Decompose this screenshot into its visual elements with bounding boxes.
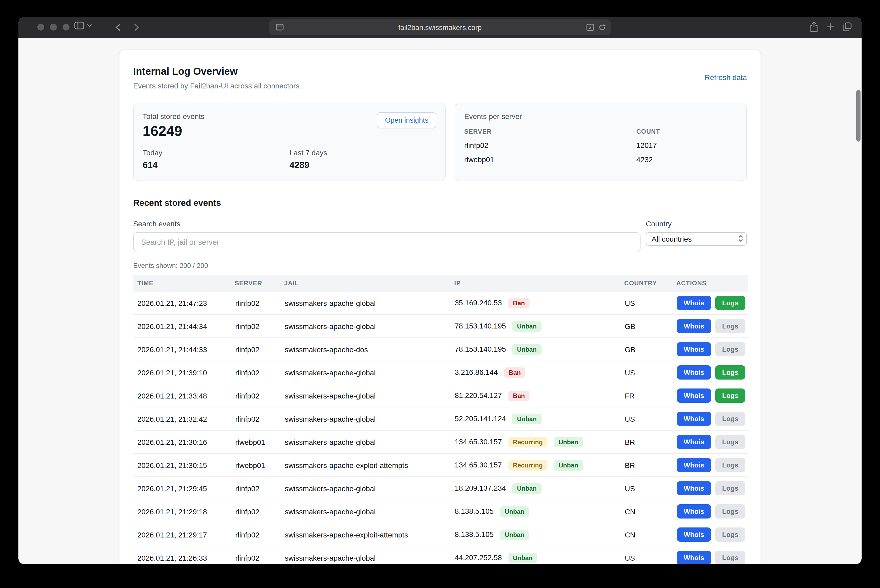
logs-button[interactable]: Logs	[715, 365, 745, 380]
server-name: rlinfp02	[464, 141, 636, 150]
event-server: rlinfp02	[235, 292, 284, 315]
logs-button[interactable]: Logs	[715, 481, 745, 495]
page-subtitle: Events stored by Fail2ban-UI across all …	[133, 82, 301, 90]
logs-button[interactable]: Logs	[715, 296, 745, 310]
event-actions: WhoisLogs	[677, 504, 747, 519]
event-ip-cell: 52.205.141.124Unban	[454, 407, 624, 430]
event-actions-cell: WhoisLogs	[676, 477, 748, 500]
whois-button[interactable]: Whois	[677, 412, 711, 426]
event-actions: WhoisLogs	[677, 296, 747, 310]
country-select[interactable]: All countries	[646, 232, 747, 246]
event-jail: swissmakers-apache-global	[284, 292, 454, 315]
close-window-button[interactable]	[37, 24, 44, 30]
event-time: 2026.01.21, 21:30:15	[133, 453, 235, 477]
event-ip: 52.205.141.124	[455, 414, 506, 423]
event-ip: 3.216.86.144	[455, 368, 498, 376]
event-actions-cell: WhoisLogs	[676, 292, 748, 315]
whois-button[interactable]: Whois	[677, 388, 711, 403]
whois-button[interactable]: Whois	[677, 365, 711, 380]
event-ip: 18.209.137.234	[455, 483, 506, 492]
refresh-data-link[interactable]: Refresh data	[705, 73, 747, 82]
logs-button[interactable]: Logs	[715, 319, 745, 333]
unban-badge: Unban	[513, 414, 541, 424]
whois-button[interactable]: Whois	[677, 319, 711, 333]
event-country: FR	[624, 384, 676, 407]
event-jail: swissmakers-apache-dos	[284, 338, 454, 361]
event-actions: WhoisLogs	[677, 435, 747, 449]
event-jail: swissmakers-apache-global	[284, 315, 454, 338]
logs-button[interactable]: Logs	[715, 528, 745, 542]
share-icon[interactable]	[810, 22, 819, 32]
event-time: 2026.01.21, 21:29:18	[133, 500, 235, 523]
event-ip: 78.153.140.195	[455, 345, 506, 353]
event-time: 2026.01.21, 21:26:33	[133, 546, 235, 564]
event-actions-cell: WhoisLogs	[676, 407, 748, 430]
event-ip-cell: 8.138.5.105Unban	[454, 500, 624, 523]
forward-button[interactable]	[130, 22, 142, 33]
back-button[interactable]	[112, 22, 124, 33]
logs-button[interactable]: Logs	[715, 342, 745, 356]
event-time: 2026.01.21, 21:44:33	[133, 338, 235, 361]
reload-button[interactable]	[598, 24, 606, 31]
new-tab-icon[interactable]	[826, 22, 835, 32]
zoom-window-button[interactable]	[63, 24, 69, 30]
whois-button[interactable]: Whois	[677, 550, 711, 564]
event-jail: swissmakers-apache-global	[284, 384, 454, 407]
event-row: 2026.01.21, 21:30:16rlwebp01swissmakers-…	[133, 430, 748, 453]
event-time: 2026.01.21, 21:29:45	[133, 477, 235, 500]
today-value: 614	[142, 160, 289, 171]
event-server: rlinfp02	[235, 407, 284, 430]
open-insights-button[interactable]: Open insights	[377, 112, 436, 129]
address-bar[interactable]: fail2ban.swissmakers.corp a	[269, 20, 611, 35]
last7-value: 4289	[289, 160, 436, 171]
event-ip: 81.220.54.127	[455, 391, 502, 399]
logs-button[interactable]: Logs	[715, 504, 745, 519]
whois-button[interactable]: Whois	[677, 296, 711, 310]
table-header-row: TIME SERVER JAIL IP COUNTRY ACTIONS	[133, 275, 748, 292]
event-jail: swissmakers-apache-global	[284, 361, 454, 384]
logs-button[interactable]: Logs	[715, 550, 745, 564]
whois-button[interactable]: Whois	[677, 435, 711, 449]
scrollbar-thumb[interactable]	[856, 90, 861, 142]
event-actions-cell: WhoisLogs	[676, 453, 748, 477]
event-ip: 134.65.30.157	[455, 437, 502, 446]
logs-button[interactable]: Logs	[715, 388, 745, 403]
sidebar-menu-chevron-icon[interactable]	[87, 24, 92, 27]
recurring-badge: Recurring	[508, 460, 547, 470]
event-jail: swissmakers-apache-exploit-attempts	[284, 453, 454, 477]
whois-button[interactable]: Whois	[677, 458, 711, 472]
last7-label: Last 7 days	[289, 148, 436, 157]
event-row: 2026.01.21, 21:29:17rlinfp02swissmakers-…	[133, 523, 748, 546]
tab-overview-icon[interactable]	[842, 22, 852, 32]
event-country: BR	[624, 453, 676, 477]
whois-button[interactable]: Whois	[677, 528, 711, 542]
country-select-value: All countries	[652, 235, 692, 243]
search-input[interactable]	[133, 232, 640, 252]
logs-button[interactable]: Logs	[715, 412, 745, 426]
translate-icon[interactable]: a	[586, 24, 594, 31]
event-actions: WhoisLogs	[677, 365, 747, 380]
minimize-window-button[interactable]	[50, 24, 57, 30]
event-actions-cell: WhoisLogs	[676, 500, 748, 523]
sidebar-toggle-button[interactable]	[74, 22, 84, 30]
event-time: 2026.01.21, 21:32:42	[133, 407, 235, 430]
event-country: US	[624, 546, 676, 564]
event-ip-cell: 134.65.30.157RecurringUnban	[454, 453, 624, 477]
ban-badge: Ban	[508, 298, 529, 308]
server-name: rlwebp01	[464, 155, 636, 164]
event-server: rlinfp02	[235, 477, 284, 500]
logs-button[interactable]: Logs	[715, 458, 745, 472]
event-ip-cell: 18.209.137.234Unban	[454, 477, 624, 500]
event-country: US	[624, 292, 676, 315]
logs-button[interactable]: Logs	[715, 435, 745, 449]
event-ip: 35.169.240.53	[455, 298, 502, 307]
page-settings-icon[interactable]	[276, 24, 284, 30]
whois-button[interactable]: Whois	[677, 481, 711, 495]
event-server: rlwebp01	[235, 453, 284, 477]
whois-button[interactable]: Whois	[677, 342, 711, 356]
unban-badge: Unban	[554, 460, 583, 470]
events-table-body: 2026.01.21, 21:47:23rlinfp02swissmakers-…	[133, 292, 748, 564]
recurring-badge: Recurring	[508, 436, 547, 447]
whois-button[interactable]: Whois	[677, 504, 711, 519]
country-label: Country	[646, 219, 747, 228]
